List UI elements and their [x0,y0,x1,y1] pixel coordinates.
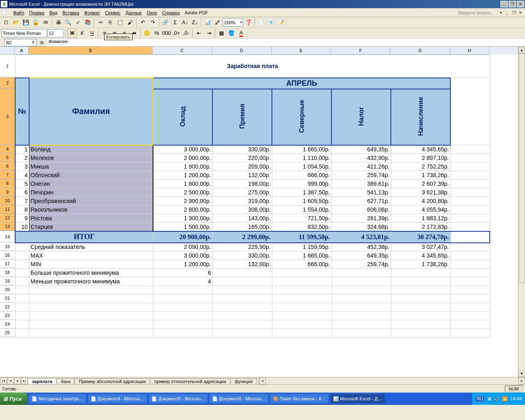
cell[interactable] [212,286,272,294]
cell[interactable] [153,294,212,303]
cell[interactable]: 389,61р. [331,180,391,188]
cell[interactable] [331,320,391,329]
cell[interactable]: 5 [15,180,29,188]
cell[interactable]: 1 738,26р. [391,171,450,180]
row-header-5[interactable]: 5 [0,153,15,162]
cell[interactable] [450,269,490,277]
cell[interactable] [153,320,212,329]
taskbar-task[interactable]: 📄Методичка электро… [29,394,86,404]
font-color-icon[interactable]: A [237,29,246,38]
column-header-E[interactable]: E [272,47,331,55]
minimize-button[interactable]: _ [500,1,508,7]
cell[interactable] [450,231,490,243]
cell[interactable] [272,286,331,294]
cell[interactable]: 1 500,00р. [153,223,212,231]
cell[interactable] [272,303,331,312]
sheet-tab[interactable]: пример относительной адресации [150,378,231,384]
tab-next-icon[interactable]: ▸ [14,377,21,384]
cell[interactable]: Раскольников [29,205,153,214]
cell[interactable] [272,277,331,286]
cell[interactable]: 2 [15,154,29,162]
cell[interactable] [29,303,153,312]
cell[interactable]: 10 [15,223,29,231]
undo-icon[interactable]: ↶ [138,18,147,27]
tray-clock[interactable]: 14:44 [510,396,522,401]
cell[interactable]: 4 200,80р. [391,197,450,205]
cell[interactable] [15,329,29,338]
redo-icon[interactable]: ↷ [148,18,157,27]
sheet-tab[interactable]: банк [56,378,75,384]
row-header-6[interactable]: 6 [0,162,15,171]
pdf-review-icon[interactable]: 📝 [276,18,285,27]
cell[interactable] [450,294,490,303]
cell[interactable]: 627,71р. [331,197,391,205]
cell[interactable]: 4 345,65р. [391,145,450,154]
cell[interactable]: Меньше прожиточного минимума [29,277,153,286]
menu-adobe-pdf[interactable]: Adobe PDF [182,9,210,16]
cell[interactable] [212,320,272,329]
decrease-decimal-icon[interactable]: ,0- [182,29,191,38]
cell[interactable] [15,251,29,260]
row-header-24[interactable]: 24 [0,320,15,329]
sheet-tab[interactable]: зарплата [27,378,57,384]
cell[interactable]: 324,68р. [331,223,391,231]
cut-icon[interactable]: ✂ [96,18,105,27]
cell[interactable]: 1 159,95р. [272,243,331,251]
font-name-combo[interactable] [2,29,47,37]
italic-button[interactable]: К [78,29,87,38]
column-header-F[interactable]: F [331,47,390,55]
cell[interactable]: Фамилия [29,78,153,145]
cell[interactable] [450,188,490,197]
cell[interactable]: 2 897,10р. [391,154,450,162]
chart-icon[interactable]: 📊 [203,18,212,27]
cell[interactable]: 132,00р. [212,260,272,269]
cell[interactable]: 198,00р. [212,180,272,188]
select-all-corner[interactable] [0,47,15,55]
language-indicator[interactable]: RU [475,396,484,402]
increase-indent-icon[interactable]: ⇥ [204,29,213,38]
cell[interactable] [450,329,490,338]
tab-first-icon[interactable]: |◂ [0,377,7,384]
cell[interactable]: 666,00р. [272,171,331,180]
cell[interactable]: 541,13р. [331,188,391,197]
underline-button[interactable]: Ч [87,29,96,38]
hyperlink-icon[interactable]: 🔗 [161,18,170,27]
dropdown-icon[interactable]: ▼ [32,41,35,44]
doc-minimize-button[interactable]: _ [504,10,510,16]
cell[interactable] [450,162,490,171]
grid-body[interactable]: Заработная плата№ФамилияАПРЕЛЬОкладПреми… [15,55,518,377]
type-question-box[interactable]: Введите вопрос [458,10,495,15]
cell[interactable] [15,320,29,329]
cell[interactable] [153,329,212,338]
cell[interactable]: Преображенский [29,197,153,205]
menu-help[interactable]: Справка [160,9,182,16]
cell[interactable]: 649,35р. [331,251,391,260]
bold-button[interactable]: Ж [68,29,77,38]
cell[interactable] [450,303,490,312]
cell[interactable] [450,286,490,294]
cell[interactable]: 330,00р. [212,251,272,260]
cell[interactable]: Премия [212,89,272,145]
cell[interactable]: 606,06р. [331,205,391,214]
cell[interactable] [272,312,331,320]
cell[interactable]: Воланд [29,145,153,154]
cell[interactable]: 3 [15,162,29,171]
sheet-tab[interactable]: функция [230,378,257,384]
scroll-right-icon[interactable]: ▸ [518,378,525,384]
cell[interactable] [391,303,450,312]
cell[interactable]: 9 [15,214,29,223]
cell[interactable] [450,277,490,286]
cell[interactable]: 1 200,00р. [153,171,212,180]
row-header-17[interactable]: 17 [0,260,15,268]
menu-window[interactable]: Окно [144,9,160,16]
row-header-4[interactable]: 4 [0,145,15,153]
start-button[interactable]: ⊞ Пуск [0,393,27,405]
percent-icon[interactable]: % [152,29,161,38]
cell[interactable] [331,277,391,286]
new-icon[interactable]: 🗋 [2,18,11,27]
row-header-7[interactable]: 7 [0,171,15,179]
cell[interactable] [391,320,450,329]
cell[interactable] [153,312,212,320]
fx-icon[interactable]: fx [40,40,44,45]
decrease-indent-icon[interactable]: ⇤ [194,29,203,38]
